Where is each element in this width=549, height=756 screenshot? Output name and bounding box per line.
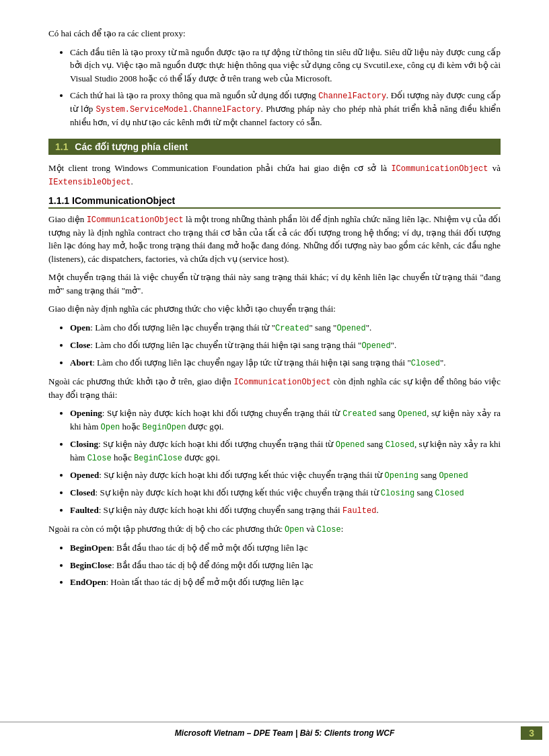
subsec1-p1-code: ICommunicationObject	[87, 215, 184, 225]
page-footer: Microsoft Vietnam – DPE Team | Bài 5: Cl…	[0, 722, 549, 740]
async-methods-list: BeginOpen: Bắt đầu thao tác dị bộ để mở …	[70, 541, 501, 589]
subsec1-p4-code: ICommunicationObject	[234, 378, 331, 387]
opening-code1: Created	[342, 409, 376, 419]
faulted-code: Faulted	[342, 506, 376, 516]
list-item-beginopen: BeginOpen: Bắt đầu thao tác dị bộ để mở …	[70, 541, 501, 555]
section1-title: Các đối tượng phía client	[75, 141, 188, 152]
list-item-endopen: EndOpen: Hoàn tất thao tác dị bộ để mở m…	[70, 576, 501, 589]
subsec1-p2: Một chuyển trạng thái là việc chuyển từ …	[48, 271, 501, 297]
opening-mid: sang	[377, 408, 398, 418]
section1-intro-text: Một client trong Windows Communication F…	[48, 163, 391, 173]
subsec1-p1-prefix: Giao diện	[48, 214, 87, 224]
subsec1-p3-text: Giao diện này định nghĩa các phương thức…	[48, 304, 336, 314]
opening-text: : Sự kiện này được kích hoạt khi đối tượ…	[102, 408, 343, 418]
open-code2: Opened	[336, 324, 365, 333]
closing-code3: Close	[87, 454, 112, 463]
open-text-suffix: " sang "	[309, 322, 336, 333]
opened-text: : Sự kiện này được kích hoạt khi đối tượ…	[99, 470, 384, 480]
close-code: Opened	[361, 341, 390, 351]
bullet2-code1: ChannelFactory	[318, 92, 386, 101]
section-1-header: 1.1 Các đối tượng phía client	[48, 139, 501, 155]
section1-mid: và	[488, 163, 501, 173]
faulted-bold: Faulted	[70, 505, 99, 515]
closing-code4: BeginClose	[134, 454, 182, 463]
subsec1-p4-prefix: Ngoài các phương thức khởi tạo ở trên, g…	[48, 376, 234, 386]
list-item-faulted: Faulted: Sự kiện này được kích hoạt khi …	[70, 504, 501, 517]
abort-bold: Abort	[70, 357, 92, 368]
list-item-abort: Abort: Làm cho đối tượng liên lạc chuyển…	[70, 356, 501, 370]
bullet2-prefix: Cách thứ hai là tạo ra proxy thông qua m…	[70, 90, 318, 100]
state-methods-list: Open: Làm cho đối tượng liên lạc chuyển …	[70, 321, 501, 370]
close-bold: Close	[70, 340, 90, 350]
list-item-close: Close: Làm cho đối tượng liên lạc chuyển…	[70, 339, 501, 352]
section1-suffix: .	[131, 176, 133, 186]
page: Có hai cách để tạo ra các client proxy: …	[0, 0, 549, 756]
events-list: Opening: Sự kiện này được kích hoạt khi …	[70, 407, 501, 517]
opening-mid2: hoặc	[120, 421, 142, 432]
close-text: : Làm cho đối tượng liên lạc chuyển từ t…	[90, 340, 361, 350]
faulted-end: .	[376, 505, 378, 515]
proxy-methods-list: Cách đầu tiên là tạo proxy từ mã nguồn đ…	[70, 46, 501, 129]
closed-mid: sang	[414, 487, 435, 497]
endopen-bold: EndOpen	[70, 577, 106, 587]
opening-bold: Opening	[70, 408, 102, 418]
section1-code1: ICommunicationObject	[391, 164, 488, 174]
abort-code: Closed	[411, 359, 440, 368]
subsection-1-1-1-header: 1.1.1 ICommunicationObject	[48, 195, 501, 209]
beginopen-text: : Bắt đầu thao tác dị bộ để mở một đối t…	[112, 543, 308, 553]
closing-mid2: hoặc	[112, 452, 134, 462]
open-bold: Open	[70, 322, 90, 333]
async-code1: Open	[285, 525, 304, 535]
async-mid: và	[304, 524, 317, 534]
abort-text: : Làm cho đối tượng liên lạc chuyển ngay…	[92, 357, 411, 368]
section1-code2: IExtensibleObject	[48, 178, 131, 187]
footer-page-number: 3	[521, 726, 542, 740]
opened-code2: Opened	[439, 471, 468, 481]
faulted-text: : Sự kiện này được kích hoạt khi đối tượ…	[99, 505, 342, 515]
subsec1-p4: Ngoài các phương thức khởi tạo ở trên, g…	[48, 375, 501, 402]
list-item-open: Open: Làm cho đối tượng liên lạc chuyển …	[70, 321, 501, 335]
subsec-num: 1.1.1	[48, 195, 69, 206]
closing-bold: Closing	[70, 439, 98, 449]
subsec1-p1: Giao diện ICommunicationObject là một tr…	[48, 213, 501, 266]
closing-code2: Closed	[386, 440, 414, 450]
close-end: ".	[391, 340, 397, 350]
list-item-closed: Closed: Sự kiện này được kích hoạt khi đ…	[70, 486, 501, 500]
closing-end: được gọi.	[182, 452, 220, 462]
closing-mid: sang	[365, 439, 386, 449]
opened-mid: sang	[418, 470, 439, 480]
list-item: Cách thứ hai là tạo ra proxy thông qua m…	[70, 89, 501, 129]
endopen-text: : Hoàn tất thao tác dị bộ để mở một đối …	[106, 577, 303, 587]
beginclose-bold: BeginClose	[70, 560, 112, 570]
list-item-opening: Opening: Sự kiện này được kích hoạt khi …	[70, 407, 501, 434]
async-code2: Close	[317, 525, 341, 535]
opening-code3: Open	[101, 423, 120, 432]
bullet1-text: Cách đầu tiên là tạo proxy từ mã nguồn đ…	[70, 47, 501, 83]
open-code1: Created	[275, 324, 309, 333]
intro-text: Có hai cách để tạo ra các client proxy:	[48, 28, 186, 38]
subsec1-p3: Giao diện này định nghĩa các phương thức…	[48, 302, 501, 316]
beginopen-bold: BeginOpen	[70, 543, 112, 553]
list-item-opened: Opened: Sự kiện này được kích hoạt khi đ…	[70, 469, 501, 482]
bullet2-code2: System.ServiceModel.ChannelFactory	[96, 105, 261, 114]
async-end: :	[341, 524, 344, 534]
closed-code2: Closed	[435, 489, 464, 498]
closing-code1: Opened	[336, 440, 365, 450]
beginclose-text: : Bắt đầu thao tác dị bộ để đóng một đối…	[112, 560, 314, 570]
open-text-prefix: : Làm cho đối tượng liên lạc chuyển trạn…	[90, 322, 275, 333]
section1-intro-paragraph: Một client trong Windows Communication F…	[48, 162, 501, 188]
subsec-title: ICommunicationObject	[72, 195, 175, 206]
list-item-closing: Closing: Sự kiện này được kích hoạt khi …	[70, 438, 501, 465]
async-intro-paragraph: Ngoài ra còn có một tập phương thức dị b…	[48, 522, 501, 536]
list-item: Cách đầu tiên là tạo proxy từ mã nguồn đ…	[70, 46, 501, 85]
opened-bold: Opened	[70, 470, 99, 480]
closed-code1: Closing	[381, 489, 414, 498]
subsec1-p2-text: Một chuyển trạng thái là việc chuyển từ …	[48, 272, 501, 296]
opening-code2: Opened	[398, 409, 427, 419]
opening-code4: BeginOpen	[143, 423, 186, 432]
footer-text: Microsoft Vietnam – DPE Team | Bài 5: Cl…	[0, 728, 521, 738]
opening-end: được gọi.	[186, 421, 223, 432]
opened-code1: Opening	[385, 471, 418, 481]
closed-bold: Closed	[70, 487, 96, 497]
open-end: ".	[366, 322, 372, 333]
